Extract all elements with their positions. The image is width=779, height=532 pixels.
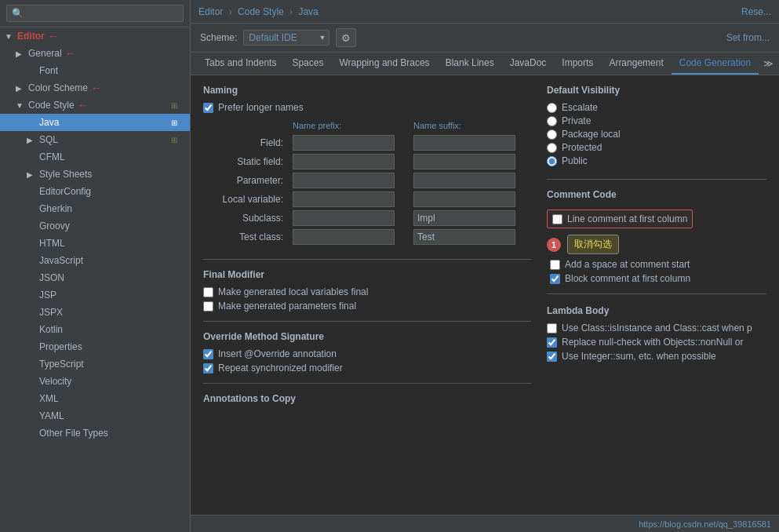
override-annotation-checkbox[interactable]	[203, 349, 213, 359]
visibility-section: Default Visibility Escalate Private Pack…	[547, 85, 766, 166]
add-space-checkbox[interactable]	[550, 260, 560, 270]
sidebar-item-style-sheets[interactable]: ▶ Style Sheets	[0, 166, 190, 183]
sidebar-item-general[interactable]: ▶ General ←	[0, 45, 190, 62]
sidebar-item-editor[interactable]: ▼ Editor ←	[0, 27, 190, 45]
sidebar-item-javascript[interactable]: JavaScript	[0, 252, 190, 269]
subclass-prefix-input[interactable]	[293, 210, 395, 226]
table-row: Field:	[203, 133, 531, 152]
json-label: JSON	[39, 272, 64, 283]
prefer-longer-label: Prefer longer names	[218, 102, 304, 113]
parameter-suffix-input[interactable]	[413, 173, 515, 188]
tab-wrapping-and-braces[interactable]: Wrapping and Braces	[331, 53, 437, 75]
sidebar-item-code-style[interactable]: ▼ Code Style ← ⊞	[0, 97, 190, 114]
lambda-checkbox-3[interactable]	[547, 352, 557, 362]
sidebar-item-json[interactable]: JSON	[0, 269, 190, 286]
sidebar-item-kotlin[interactable]: Kotlin	[0, 321, 190, 338]
code-style-label: Code Style	[28, 100, 75, 111]
java-label: Java	[39, 117, 59, 128]
override-annotation-label: Insert @Override annotation	[218, 348, 337, 359]
tab-tabs-and-indents[interactable]: Tabs and Indents	[197, 53, 284, 75]
sidebar-item-font[interactable]: Font	[0, 62, 190, 79]
sidebar-item-gherkin[interactable]: Gherkin	[0, 200, 190, 217]
naming-section: Naming Prefer longer names Name prefix: …	[203, 85, 531, 246]
sidebar-item-groovy[interactable]: Groovy	[0, 217, 190, 235]
field-suffix-input[interactable]	[413, 135, 515, 151]
row-label: Local variable:	[203, 190, 289, 209]
tab-code-generation[interactable]: Code Generation	[672, 53, 759, 75]
tab-more-button[interactable]: ≫	[759, 53, 778, 74]
divider4	[547, 179, 766, 180]
editor-label: Editor	[17, 31, 45, 42]
tab-spaces[interactable]: Spaces	[284, 53, 331, 75]
local-vars-final-checkbox[interactable]	[203, 287, 213, 297]
sidebar-item-sql[interactable]: ▶ SQL ⊞	[0, 131, 190, 148]
set-from-link[interactable]: Set from...	[726, 32, 770, 43]
file-icon: ⊞	[171, 118, 184, 127]
repeat-synchronized-label: Repeat synchronized modifier	[218, 363, 343, 373]
divider5	[547, 293, 766, 294]
parameters-final-checkbox[interactable]	[203, 301, 213, 312]
parameter-prefix-input[interactable]	[293, 173, 395, 188]
parameters-final-label: Make generated parameters final	[218, 301, 356, 312]
test-class-prefix-input[interactable]	[293, 229, 395, 245]
divider2	[203, 321, 531, 322]
package-local-radio[interactable]	[547, 129, 557, 140]
add-space-row: Add a space at comment start	[550, 259, 766, 270]
sidebar-item-color-scheme[interactable]: ▶ Color Scheme ←	[0, 79, 190, 97]
tab-arrangement[interactable]: Arrangement	[601, 53, 671, 75]
tab-imports[interactable]: Imports	[554, 53, 601, 75]
override-section: Override Method Signature Insert @Overri…	[203, 331, 531, 373]
local-var-suffix-input[interactable]	[413, 191, 515, 207]
line-comment-checkbox[interactable]	[552, 214, 562, 224]
sql-label: SQL	[39, 134, 58, 145]
search-input[interactable]	[6, 5, 184, 22]
sidebar-item-velocity[interactable]: Velocity	[0, 373, 190, 390]
bubble-badge: 1	[547, 238, 561, 252]
groovy-label: Groovy	[39, 220, 70, 231]
sidebar-item-xml[interactable]: XML	[0, 390, 190, 407]
breadcrumb-part1: Editor	[198, 6, 223, 17]
sidebar-item-cfml[interactable]: CFML	[0, 148, 190, 166]
sidebar-item-java[interactable]: Java ⊞	[0, 114, 190, 131]
sidebar-item-editorconfig[interactable]: EditorConfig	[0, 183, 190, 200]
color-scheme-label: Color Scheme	[28, 82, 88, 93]
lambda-checkbox-1[interactable]	[547, 323, 557, 333]
reset-link[interactable]: Rese...	[741, 6, 771, 17]
sidebar-item-html[interactable]: HTML	[0, 235, 190, 252]
repeat-synchronized-checkbox[interactable]	[203, 363, 213, 373]
subclass-suffix-input[interactable]	[413, 210, 515, 226]
sidebar-item-properties[interactable]: Properties	[0, 338, 190, 355]
lambda-checkbox-2[interactable]	[547, 337, 557, 348]
tooltip-label: 取消勾选	[567, 235, 619, 254]
override-title: Override Method Signature	[203, 331, 531, 342]
prefer-longer-checkbox[interactable]	[203, 103, 213, 113]
breadcrumb-sep1: ›	[229, 6, 235, 17]
block-comment-label: Block comment at first column	[565, 273, 690, 284]
jspx-label: JSPX	[39, 307, 63, 318]
static-field-prefix-input[interactable]	[293, 154, 395, 169]
divider	[203, 259, 531, 260]
breadcrumb-sep2: ›	[289, 6, 295, 17]
private-radio[interactable]	[547, 116, 557, 126]
scheme-select[interactable]: Default IDE	[243, 30, 329, 46]
static-field-suffix-input[interactable]	[413, 154, 515, 169]
test-class-suffix-input[interactable]	[413, 229, 515, 245]
sidebar-item-yaml[interactable]: YAML	[0, 407, 190, 425]
jsp-label: JSP	[39, 290, 56, 301]
escalate-radio[interactable]	[547, 103, 557, 113]
protected-radio[interactable]	[547, 143, 557, 153]
public-radio[interactable]	[547, 156, 557, 166]
sidebar-item-jsp[interactable]: JSP	[0, 286, 190, 304]
block-comment-checkbox[interactable]	[550, 274, 560, 284]
search-box[interactable]	[0, 0, 190, 27]
sidebar: ▼ Editor ← ▶ General ← Font ▶ Color Sche…	[0, 0, 191, 532]
local-var-prefix-input[interactable]	[293, 191, 395, 207]
field-prefix-input[interactable]	[293, 135, 395, 151]
sidebar-item-typescript[interactable]: TypeScript	[0, 355, 190, 373]
sidebar-item-other-file-types[interactable]: Other File Types	[0, 425, 190, 442]
tab-javadoc[interactable]: JavaDoc	[502, 53, 555, 75]
sidebar-item-jspx[interactable]: JSPX	[0, 304, 190, 321]
tab-blank-lines[interactable]: Blank Lines	[438, 53, 502, 75]
line-comment-box: Line comment at first column	[547, 210, 693, 228]
gear-button[interactable]: ⚙	[336, 28, 356, 47]
